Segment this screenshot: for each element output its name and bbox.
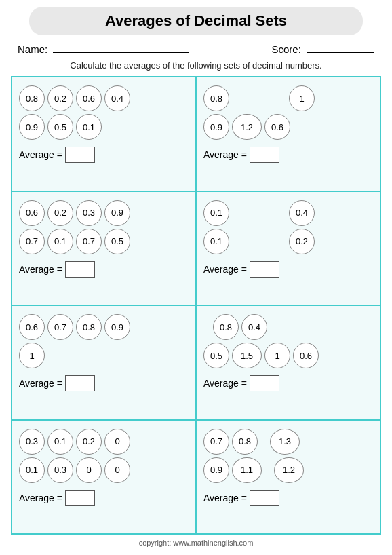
circle: 1.2: [274, 457, 304, 483]
circle: 0.6: [19, 314, 45, 340]
answer-box-8[interactable]: [250, 490, 279, 506]
problem-3-row-1: 0.6 0.2 0.3 0.9: [19, 200, 189, 226]
circle: 0.9: [203, 457, 229, 483]
score-field-area: Score:: [271, 43, 374, 55]
problem-5-row-2: 1: [19, 343, 189, 368]
circle: 0.9: [104, 314, 130, 340]
problems-grid: 0.8 0.2 0.6 0.4 0.9 0.5 0.1 Average =: [11, 76, 381, 535]
problem-5: 0.6 0.7 0.8 0.9 1 Average =: [12, 306, 197, 421]
problem-6-row-2: 0.5 1.5 1 0.6: [203, 343, 373, 368]
circle: 0.2: [76, 429, 102, 455]
circle: 0.8: [76, 314, 102, 340]
answer-box-4[interactable]: [250, 261, 279, 278]
circle: 0.5: [104, 229, 130, 254]
circle: 0.7: [47, 314, 73, 340]
problem-4-circles: 0.1 0.4 0.1 0.2: [203, 200, 373, 257]
circle: 0.6: [19, 200, 45, 226]
circle: 0.4: [289, 200, 315, 226]
circle: 0.7: [19, 229, 45, 254]
answer-box-5[interactable]: [65, 375, 95, 391]
circle: 0: [76, 457, 102, 483]
average-row-1: Average =: [19, 147, 95, 163]
problem-4-row-1: 0.1 0.4: [203, 200, 373, 226]
circle: 1.1: [232, 457, 262, 483]
circle: 1.2: [232, 114, 262, 140]
average-label-4: Average =: [203, 264, 247, 275]
average-row-4: Average =: [203, 261, 279, 278]
circle: 1: [264, 343, 290, 368]
circle: 0.2: [47, 200, 73, 226]
answer-box-7[interactable]: [65, 490, 95, 506]
average-label-1: Average =: [19, 149, 62, 160]
problem-7: 0.3 0.1 0.2 0 0.1 0.3 0 0 Average =: [12, 421, 197, 535]
score-line: [307, 52, 374, 53]
name-label: Name:: [18, 43, 47, 55]
copyright: copyright: www.mathinenglish.com: [11, 535, 381, 548]
problem-6-circles: 0.8 0.4 0.5 1.5 1 0.6: [203, 314, 373, 371]
problem-4: 0.1 0.4 0.1 0.2 Average =: [197, 192, 381, 307]
circle: 0.9: [203, 114, 229, 140]
circle: 0.5: [203, 343, 229, 368]
problem-2-circles: 0.8 1 0.9 1.2 0.6: [203, 85, 373, 142]
average-row-2: Average =: [203, 147, 279, 163]
problem-8-row-2: 0.9 1.1 1.2: [203, 457, 373, 483]
circle: 1.3: [270, 429, 300, 455]
circle: 0: [104, 429, 130, 455]
problem-1-row-1: 0.8 0.2 0.6 0.4: [19, 85, 189, 111]
score-label: Score:: [271, 43, 300, 55]
page: Averages of Decimal Sets Name: Score: Ca…: [0, 0, 392, 555]
average-label-5: Average =: [19, 378, 62, 389]
circle: 0.9: [19, 114, 45, 140]
problem-3: 0.6 0.2 0.3 0.9 0.7 0.1 0.7 0.5 Average …: [12, 192, 197, 307]
circle: 1: [289, 85, 315, 111]
problem-2-row-2: 0.9 1.2 0.6: [203, 114, 373, 140]
problem-1-row-2: 0.9 0.5 0.1: [19, 114, 189, 140]
circle: 0.1: [203, 229, 229, 254]
answer-box-3[interactable]: [65, 261, 95, 278]
problem-3-row-2: 0.7 0.1 0.7 0.5: [19, 229, 189, 254]
circle: 0.1: [19, 457, 45, 483]
problem-8-circles: 0.7 0.8 1.3 0.9 1.1 1.2: [203, 429, 373, 486]
circle: 0.7: [76, 229, 102, 254]
circle: 0.2: [289, 229, 315, 254]
problem-5-circles: 0.6 0.7 0.8 0.9 1: [19, 314, 189, 371]
circle: 0.3: [47, 457, 73, 483]
circle: 1.5: [232, 343, 262, 368]
circle: 1: [19, 343, 45, 368]
problem-4-row-2: 0.1 0.2: [203, 229, 373, 254]
circle: 0.6: [293, 343, 319, 368]
average-label-7: Average =: [19, 493, 62, 503]
answer-box-2[interactable]: [250, 147, 279, 163]
page-title: Averages of Decimal Sets: [29, 7, 362, 35]
circle: 0.1: [47, 429, 73, 455]
average-row-7: Average =: [19, 490, 95, 506]
circle: 0.8: [232, 429, 258, 455]
circle: 0.8: [213, 314, 239, 340]
instructions: Calculate the averages of the following …: [11, 60, 381, 71]
problem-1: 0.8 0.2 0.6 0.4 0.9 0.5 0.1 Average =: [12, 77, 197, 192]
problem-5-row-1: 0.6 0.7 0.8 0.9: [19, 314, 189, 340]
circle: 0.3: [76, 200, 102, 226]
problem-7-row-1: 0.3 0.1 0.2 0: [19, 429, 189, 455]
circle: 0.4: [241, 314, 267, 340]
name-score-row: Name: Score:: [11, 41, 381, 58]
average-label-3: Average =: [19, 264, 62, 275]
circle: 0.1: [47, 229, 73, 254]
problem-3-circles: 0.6 0.2 0.3 0.9 0.7 0.1 0.7 0.5: [19, 200, 189, 257]
average-label-8: Average =: [203, 493, 247, 503]
problem-1-circles: 0.8 0.2 0.6 0.4 0.9 0.5 0.1: [19, 85, 189, 142]
circle: 0.8: [19, 85, 45, 111]
circle: 0.6: [264, 114, 290, 140]
problem-7-circles: 0.3 0.1 0.2 0 0.1 0.3 0 0: [19, 429, 189, 486]
answer-box-6[interactable]: [250, 375, 279, 391]
circle: 0.2: [47, 85, 73, 111]
answer-box-1[interactable]: [65, 147, 95, 163]
circle: 0.6: [76, 85, 102, 111]
problem-7-row-2: 0.1 0.3 0 0: [19, 457, 189, 483]
average-row-3: Average =: [19, 261, 95, 278]
problem-8-row-1: 0.7 0.8 1.3: [203, 429, 373, 455]
circle: 0.1: [203, 200, 229, 226]
problem-2-row-1: 0.8 1: [203, 85, 373, 111]
average-row-8: Average =: [203, 490, 279, 506]
problem-6: 0.8 0.4 0.5 1.5 1 0.6 Average =: [197, 306, 381, 421]
